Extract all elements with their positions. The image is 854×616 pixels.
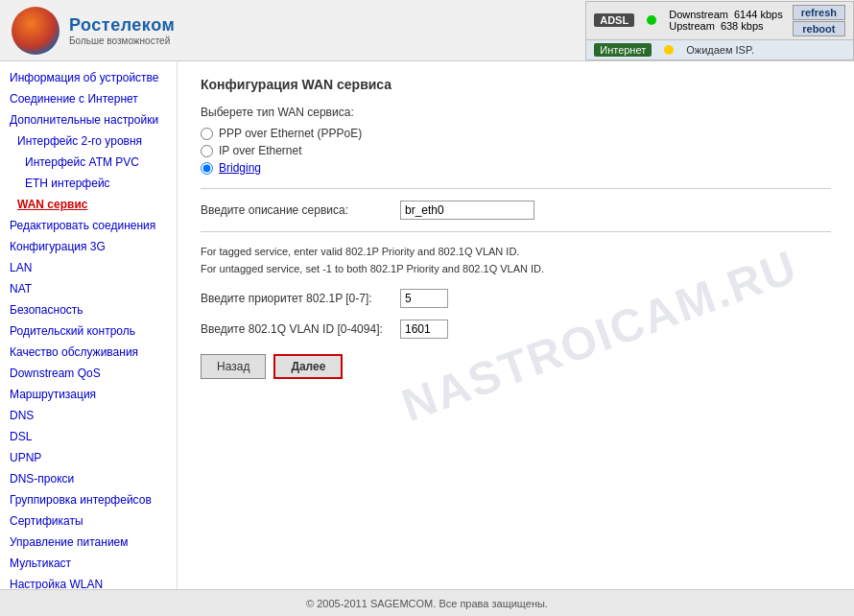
sidebar-item-routing[interactable]: Маршрутизация: [0, 384, 177, 405]
footer-text: © 2005-2011 SAGEMCOM. Все права защищены…: [306, 598, 548, 609]
downstream-label: Downstream: [669, 9, 728, 20]
radio-ipoe[interactable]: IP over Ethernet: [201, 144, 831, 157]
adsl-label: ADSL: [594, 13, 634, 27]
sidebar-item-layer2[interactable]: Интерфейс 2-го уровня: [0, 130, 177, 152]
sidebar-item-3g[interactable]: Конфигурация 3G: [0, 236, 177, 257]
sidebar-item-info[interactable]: Информация об устройстве: [0, 67, 177, 88]
sidebar-item-qos[interactable]: Качество обслуживания: [0, 342, 177, 363]
sidebar-item-security[interactable]: Безопасность: [0, 299, 177, 320]
logo-area: Ростелеком Больше возможностей: [0, 0, 186, 62]
top-bar: Ростелеком Больше возможностей ADSL Down…: [0, 0, 854, 61]
reboot-button[interactable]: reboot: [793, 21, 845, 36]
isp-status: Ожидаем ISP.: [686, 44, 754, 56]
logo-icon: [12, 7, 59, 55]
sidebar-item-upnp[interactable]: UPNP: [0, 447, 177, 468]
internet-status: Интернет Ожидаем ISP.: [585, 40, 854, 60]
adsl-status: ADSL Downstream 6144 kbps Upstream 638 k…: [585, 1, 854, 40]
logo-name: Ростелеком: [69, 15, 175, 36]
page-title: Конфигурация WAN сервиса: [201, 77, 831, 92]
radio-bridging-label: Bridging: [219, 161, 261, 175]
adsl-dot: [647, 15, 656, 25]
sidebar-item-dns[interactable]: DNS: [0, 405, 177, 426]
wan-type-group: PPP over Ethernet (PPPoE) IP over Ethern…: [201, 127, 831, 175]
sidebar-item-multicast[interactable]: Мультикаст: [0, 553, 177, 574]
button-row: Назад Далее: [201, 354, 831, 379]
sidebar-item-bridging[interactable]: Группировка интерфейсов: [0, 489, 177, 510]
back-button[interactable]: Назад: [201, 354, 266, 379]
radio-pppoe-input[interactable]: [201, 128, 213, 140]
separator1: [201, 188, 831, 189]
main-layout: Информация об устройстве Соединение с Ин…: [0, 61, 854, 589]
logo-tagline: Больше возможностей: [69, 36, 175, 46]
inet-dot: [664, 45, 674, 55]
priority-input[interactable]: [400, 289, 448, 308]
info-line2: For untagged service, set -1 to both 802…: [201, 263, 544, 274]
sidebar-item-lan[interactable]: LAN: [0, 257, 177, 278]
radio-bridging[interactable]: Bridging: [201, 161, 831, 175]
next-button[interactable]: Далее: [273, 354, 343, 379]
sidebar-item-eth[interactable]: ETH интерфейс: [0, 173, 177, 194]
sidebar-item-atm[interactable]: Интерфейс ATM PVC: [0, 152, 177, 173]
wan-type-label: Выберете тип WAN сервиса:: [201, 106, 831, 119]
internet-label: Интернет: [594, 43, 652, 57]
content-area: NASTROICAM.RU Конфигурация WAN сервиса В…: [178, 61, 854, 589]
sidebar-item-dns-proxy[interactable]: DNS-прокси: [0, 468, 177, 489]
sidebar-item-connection[interactable]: Соединение с Интернет: [0, 88, 177, 109]
radio-pppoe[interactable]: PPP over Ethernet (PPPoE): [201, 127, 831, 140]
sidebar-item-downstream-qos[interactable]: Downstream QoS: [0, 363, 177, 384]
info-line1: For tagged service, enter valid 802.1P P…: [201, 246, 519, 257]
sidebar-item-edit-conn[interactable]: Редактировать соединения: [0, 215, 177, 236]
radio-ipoe-label: IP over Ethernet: [219, 144, 302, 157]
vlan-label: Введите 802.1Q VLAN ID [0-4094]:: [201, 322, 392, 336]
info-text: For tagged service, enter valid 802.1P P…: [201, 244, 831, 277]
sidebar-item-wlan[interactable]: Настройка WLAN: [0, 574, 177, 589]
priority-row: Введите приоритет 802.1P [0-7]:: [201, 289, 831, 308]
sidebar-item-certs[interactable]: Сертификаты: [0, 510, 177, 532]
sidebar: Информация об устройстве Соединение с Ин…: [0, 61, 178, 589]
upstream-label: Upstream: [669, 20, 715, 32]
vlan-input[interactable]: [400, 320, 448, 339]
service-desc-label: Введите описание сервиса:: [201, 203, 392, 217]
logo-text: Ростелеком Больше возможностей: [69, 15, 175, 46]
sidebar-item-dsl[interactable]: DSL: [0, 426, 177, 447]
service-desc-row: Введите описание сервиса:: [201, 201, 831, 220]
service-desc-input[interactable]: [400, 201, 534, 220]
separator2: [201, 231, 831, 232]
refresh-button[interactable]: refresh: [793, 5, 845, 20]
sidebar-item-advanced[interactable]: Дополнительные настройки: [0, 109, 177, 130]
sidebar-item-wan[interactable]: WAN сервис: [0, 194, 177, 215]
radio-ipoe-input[interactable]: [201, 145, 213, 157]
upstream-value: 638 kbps: [721, 20, 764, 32]
radio-pppoe-label: PPP over Ethernet (PPPoE): [219, 127, 362, 140]
radio-bridging-input[interactable]: [201, 162, 213, 175]
sidebar-item-power[interactable]: Управление питанием: [0, 532, 177, 553]
status-panel: ADSL Downstream 6144 kbps Upstream 638 k…: [585, 1, 854, 60]
footer: © 2005-2011 SAGEMCOM. Все права защищены…: [0, 589, 854, 616]
action-buttons: refresh reboot: [793, 5, 845, 36]
downstream-value: 6144 kbps: [734, 9, 783, 20]
vlan-row: Введите 802.1Q VLAN ID [0-4094]:: [201, 320, 831, 339]
sidebar-item-parental[interactable]: Родительский контроль: [0, 320, 177, 342]
speed-info: Downstream 6144 kbps Upstream 638 kbps: [669, 9, 783, 32]
sidebar-item-nat[interactable]: NAT: [0, 278, 177, 299]
priority-label: Введите приоритет 802.1P [0-7]:: [201, 292, 392, 305]
